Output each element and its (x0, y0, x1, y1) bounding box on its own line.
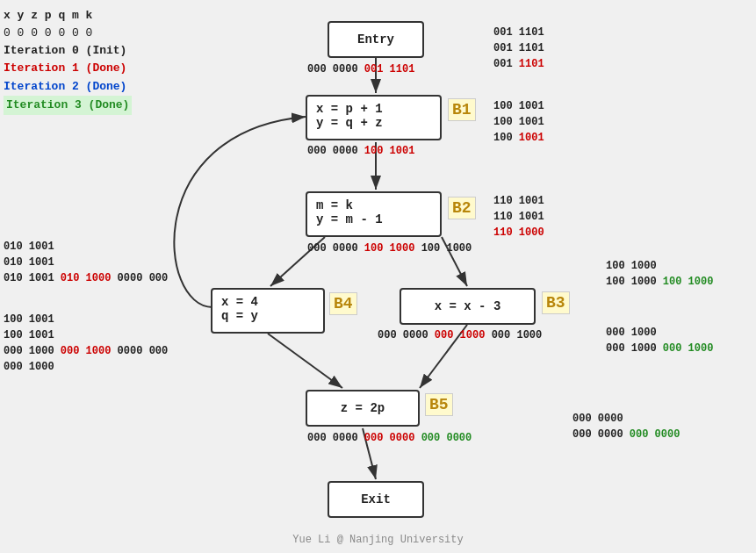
entry-label: Entry (357, 32, 394, 47)
an-b3rb1: 000 1000 (606, 325, 713, 341)
an-b2l2: 010 1001 (4, 255, 168, 270)
b3-label: B3 (542, 291, 570, 314)
an-b1r1: 100 1001 (493, 98, 544, 114)
an-b2l1: 010 1001 (4, 239, 168, 255)
b5-below: 000 0000 000 0000 000 0000 (307, 430, 472, 446)
b5-label: B5 (425, 393, 453, 416)
b3-right-bot: 000 1000 000 1000 000 1000 (606, 325, 713, 356)
b4-code2: q = y (221, 309, 314, 323)
b1-code2: y = q + z (316, 116, 431, 130)
b2-box: m = k y = m - 1 (306, 191, 442, 237)
b3-box: x = x - 3 (400, 288, 536, 325)
an-b5b3: 000 0000 (421, 432, 472, 444)
vals-line: 0 0 0 0 0 0 0 (4, 25, 132, 42)
b2-below: 000 0000 100 1000 100 1000 (307, 241, 472, 256)
an-b2b1: 000 0000 (307, 242, 364, 255)
left-panel: x y z p q m k 0 0 0 0 0 0 0 Iteration 0 … (4, 7, 132, 115)
b4-label: B4 (329, 292, 357, 315)
b2-label: B2 (448, 197, 476, 219)
b1-below: 000 0000 100 1001 (307, 143, 414, 159)
b5-box: z = 2p (306, 390, 420, 427)
b3-below: 000 0000 000 1000 000 1000 (378, 327, 542, 343)
an-b2l3: 010 1001 010 1000 0000 000 (4, 270, 168, 286)
an-b1b2: 100 1001 (364, 145, 415, 157)
svg-line-6 (268, 334, 342, 388)
b4-box: x = 4 q = y (211, 288, 325, 334)
an-b4l4: 000 1000 (4, 359, 168, 375)
an-b3rt2: 100 1000 100 1000 (606, 274, 713, 290)
b1-box: x = p + 1 y = q + z (306, 95, 442, 140)
b1-right: 100 1001 100 1001 100 1001 (493, 98, 544, 146)
an-eb2: 001 1101 (364, 63, 415, 75)
an-b5b1: 000 0000 (307, 432, 364, 444)
an-er3: 001 1101 (493, 56, 544, 72)
exit-label: Exit (361, 492, 391, 506)
an-b1r2: 100 1001 (493, 114, 544, 130)
an-er2: 001 1101 (493, 40, 544, 56)
b1-label: B1 (448, 98, 476, 121)
an-b3rb2: 000 1000 000 1000 (606, 341, 713, 356)
iter3-label: Iteration 3 (Done) (4, 96, 132, 115)
an-b2r1: 110 1001 (493, 193, 544, 209)
b4-code1: x = 4 (221, 295, 314, 309)
b1-code1: x = p + 1 (316, 102, 431, 116)
an-b3rt1: 100 1000 (606, 258, 713, 274)
an-b5r1: 000 0000 (572, 411, 680, 427)
entry-below: 000 0000 001 1101 (307, 61, 414, 77)
an-b4l3: 000 1000 000 1000 0000 000 (4, 343, 168, 359)
b3-code1: x = x - 3 (435, 299, 501, 313)
an-b3b3: 000 1000 (492, 329, 543, 341)
an-b3b1: 000 0000 (378, 329, 435, 341)
an-b2r3: 110 1000 (493, 225, 544, 241)
an-b5r2: 000 0000 000 0000 (572, 427, 680, 442)
b2-code1: m = k (316, 198, 431, 212)
an-b2b2: 100 1000 (364, 242, 421, 255)
b4-left: 100 1001 100 1001 000 1000 000 1000 0000… (4, 312, 168, 375)
b2-left: 010 1001 010 1001 010 1001 010 1000 0000… (4, 239, 168, 286)
b5-right: 000 0000 000 0000 000 0000 (572, 411, 680, 442)
an-er1: 001 1101 (493, 25, 544, 40)
main-container: x y z p q m k 0 0 0 0 0 0 0 Iteration 0 … (0, 0, 756, 553)
footer: Yue Li @ Nanjing University (292, 534, 463, 546)
an-eb1: 000 0000 (307, 63, 364, 75)
exit-box: Exit (328, 481, 424, 518)
iter0-label: Iteration 0 (Init) (4, 42, 132, 60)
an-b2r2: 110 1001 (493, 209, 544, 225)
iter2-label: Iteration 2 (Done) (4, 78, 132, 96)
an-b2b3: 100 1000 (421, 242, 472, 255)
iter1-label: Iteration 1 (Done) (4, 60, 132, 77)
an-b4l2: 100 1001 (4, 327, 168, 343)
entry-right-top1: 001 1101 001 1101 001 1101 (493, 25, 544, 72)
an-b5b2: 000 0000 (364, 432, 421, 444)
an-b1b1: 000 0000 (307, 145, 364, 157)
an-b3b2: 000 1000 (435, 329, 492, 341)
b3-right-top: 100 1000 100 1000 100 1000 (606, 258, 713, 290)
vars-line: x y z p q m k (4, 7, 132, 25)
b5-code1: z = 2p (341, 401, 385, 415)
b2-code2: y = m - 1 (316, 212, 431, 226)
an-b4l1: 100 1001 (4, 312, 168, 327)
an-b1r3: 100 1001 (493, 130, 544, 146)
b2-right: 110 1001 110 1001 110 1000 (493, 193, 544, 241)
entry-box: Entry (328, 21, 424, 58)
